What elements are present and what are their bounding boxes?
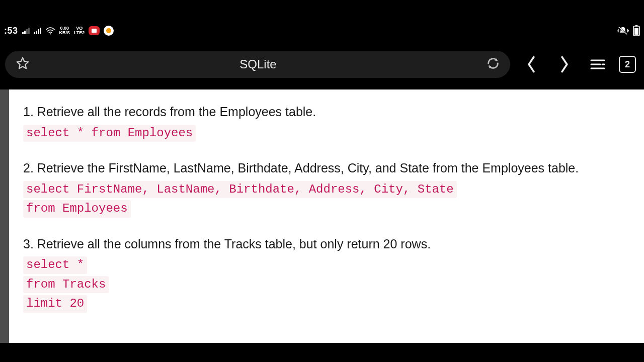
address-bar[interactable]: SQLite [5,51,510,78]
list-item: 2. Retrieve the FirstName, LastName, Bir… [23,160,629,219]
question-text: 2. Retrieve the FirstName, LastName, Bir… [23,160,629,177]
status-bar: :53 0.00 KB/S VO LTE2 [0,22,644,39]
signal-sim2-icon [34,27,41,34]
page-title: SQLite [30,57,486,71]
code-line: limit 20 [23,295,87,312]
question-text: 3. Retrieve all the columns from the Tra… [23,236,629,253]
code-line: from Tracks [23,276,109,293]
code-block: select * from Employees [23,124,629,143]
code-line: select * [23,256,87,274]
app-badge-icon [104,26,114,36]
svg-rect-3 [634,28,638,35]
volte-indicator: VO LTE2 [74,26,85,35]
tab-count-label: 2 [625,59,630,70]
network-speed-indicator: 0.00 KB/S [59,26,70,35]
page-viewport[interactable]: 1. Retrieve all the records from the Emp… [0,89,644,343]
code-line: select FirstName, LastName, Birthdate, A… [23,181,457,198]
vibrate-icon [617,26,629,36]
svg-point-0 [49,33,50,34]
forward-button[interactable] [552,52,577,76]
screen-record-icon [89,26,100,35]
reload-icon[interactable] [486,56,500,72]
list-item: 3. Retrieve all the columns from the Tra… [23,236,629,314]
code-line: select * from Employees [23,125,196,142]
back-button[interactable] [519,52,543,76]
list-item: 1. Retrieve all the records from the Emp… [23,104,629,143]
letterbox-top [0,0,644,22]
menu-button[interactable] [586,52,610,76]
letterbox-bottom [0,343,644,362]
svg-rect-2 [635,25,638,27]
status-clock: :53 [4,26,18,36]
code-block: select FirstName, LastName, Birthdate, A… [23,180,629,219]
wifi-icon [45,27,55,35]
browser-toolbar: SQLite 2 [0,39,644,89]
bookmark-star-icon[interactable] [15,56,30,73]
signal-sim1-icon [22,27,30,34]
page-content: 1. Retrieve all the records from the Emp… [9,89,644,343]
code-block: select * from Tracks limit 20 [23,255,629,313]
tabs-button[interactable]: 2 [619,56,636,73]
battery-icon [633,25,640,36]
code-line: from Employees [23,200,131,217]
question-text: 1. Retrieve all the records from the Emp… [23,104,629,121]
